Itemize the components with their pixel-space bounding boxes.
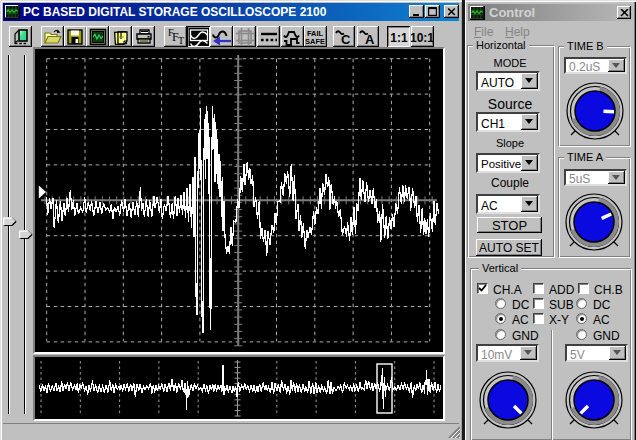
- svg-text:SAFE: SAFE: [305, 36, 325, 45]
- svg-text:A: A: [365, 32, 375, 47]
- svg-text:10:1: 10:1: [411, 31, 433, 45]
- svg-text:T: T: [178, 35, 184, 46]
- svg-text:1:1: 1:1: [390, 31, 408, 45]
- svg-text:C: C: [341, 32, 351, 47]
